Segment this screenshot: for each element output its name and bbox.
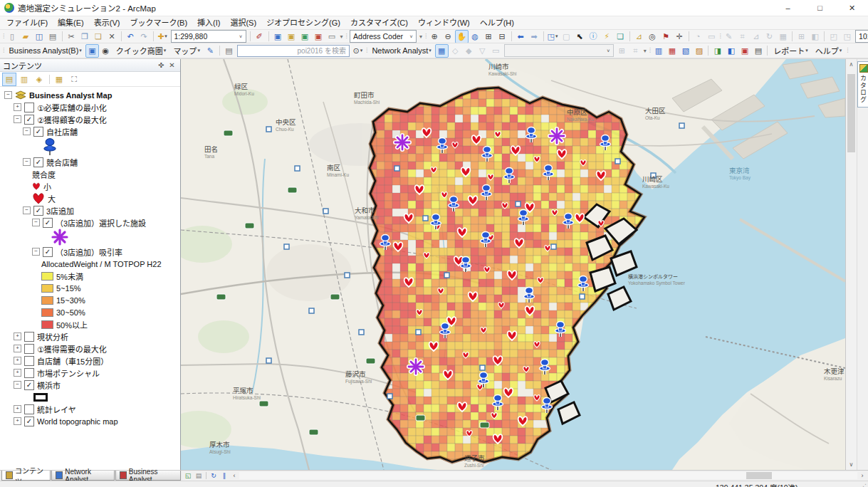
print-icon[interactable]: ▤: [46, 30, 60, 43]
ba-target-icon[interactable]: ◉: [99, 44, 113, 58]
save-icon[interactable]: ◫: [33, 30, 46, 43]
layer-World topographic map[interactable]: +✓World topographic map: [0, 415, 180, 427]
layer-統計レイヤ[interactable]: +統計レイヤ: [0, 403, 180, 415]
pause-drawing-button[interactable]: ∥: [219, 471, 229, 480]
ba-analysis-icon[interactable]: ◨: [711, 44, 724, 58]
toolbar-grip[interactable]: ⁞: [366, 47, 367, 54]
cut-polygon-icon[interactable]: ⊿: [749, 30, 763, 43]
layer-visibility-checkbox[interactable]: ✓: [33, 157, 43, 167]
toolbar-grip[interactable]: ⁞: [720, 33, 721, 40]
help-menu[interactable]: ヘルプ▾: [812, 44, 846, 57]
layer-visibility-checkbox[interactable]: ✓: [33, 127, 43, 137]
ba-trade-area-icon[interactable]: ▨: [692, 44, 706, 58]
go-to-xy-icon[interactable]: ✛: [673, 30, 686, 43]
map-menu[interactable]: マップ▾: [169, 44, 204, 57]
select-elements-icon[interactable]: ⬉: [573, 30, 587, 43]
attributes-icon[interactable]: ▦: [776, 30, 790, 43]
html-popup-icon[interactable]: ❏: [614, 30, 627, 43]
list-by-visibility-icon[interactable]: ◈: [32, 73, 46, 86]
expand-expander[interactable]: +: [14, 405, 21, 413]
expand-expander[interactable]: +: [14, 369, 21, 377]
na-build-icon[interactable]: ⊞: [615, 44, 629, 58]
refresh-button[interactable]: ↻: [209, 471, 219, 480]
zoom-in-icon[interactable]: ⊕: [428, 30, 441, 43]
panel-close-icon[interactable]: ✕: [167, 61, 177, 69]
layer-①獲得需要の最大化[interactable]: +①獲得需要の最大化: [0, 342, 180, 355]
table-of-contents-window-icon[interactable]: ▣: [271, 30, 285, 43]
na-layer-combo[interactable]: ˅: [504, 44, 614, 57]
toolbar-value-combo[interactable]: 1014˅: [855, 30, 868, 43]
na-route-icon[interactable]: ◇: [449, 44, 462, 58]
menu-選択(S)[interactable]: 選択(S): [225, 16, 261, 29]
layer-visibility-checkbox[interactable]: ✓: [33, 206, 43, 216]
menu-挿入(I)[interactable]: 挿入(I): [192, 16, 225, 29]
split-tool-icon[interactable]: ◧: [808, 30, 822, 43]
layer-visibility-checkbox[interactable]: ✓: [43, 247, 53, 257]
expand-expander[interactable]: +: [14, 332, 21, 340]
full-extent-icon[interactable]: ◍: [469, 30, 482, 43]
layer-②獲得顧客の最大化[interactable]: −✓②獲得顧客の最大化: [0, 113, 180, 125]
paste-icon[interactable]: ❏: [92, 30, 105, 43]
panel-tab-Network Analyst[interactable]: Network Analyst: [51, 471, 115, 481]
viewer-window-icon[interactable]: ▭: [705, 30, 718, 43]
layer-横浜市[interactable]: −✓横浜市: [0, 379, 180, 391]
layer-市場ポテンシャル[interactable]: +市場ポテンシャル: [0, 367, 180, 379]
arctoolbox-window-icon[interactable]: ▣: [312, 30, 325, 43]
layer-visibility-checkbox[interactable]: ✓: [24, 380, 34, 390]
scroll-down-arrow[interactable]: ∨: [846, 459, 857, 470]
clear-selection-icon[interactable]: ▢: [560, 30, 573, 43]
map-viewport[interactable]: 川崎市Kawasaki-Shi町田市Machida-Shi緑区Midori-Ku…: [181, 59, 846, 470]
collapse-expander[interactable]: −: [14, 115, 21, 123]
layer-Business Analyst Map[interactable]: −Business Analyst Map: [0, 89, 180, 101]
layer-visibility-checkbox[interactable]: [24, 332, 34, 342]
layer-自社店舗[interactable]: −✓自社店舗: [0, 125, 180, 137]
layer-visibility-checkbox[interactable]: [24, 356, 34, 366]
na-directions-icon[interactable]: ⌗: [629, 44, 642, 58]
report-menu[interactable]: レポート▾: [770, 44, 812, 57]
layer-①必要店舗の最小化[interactable]: +①必要店舗の最小化: [0, 101, 180, 113]
toolbar-overflow-icon[interactable]: ▾: [419, 33, 422, 40]
hyperlink-icon[interactable]: ⚡: [600, 30, 614, 43]
search-window-icon[interactable]: ▣: [298, 30, 312, 43]
time-slider-icon[interactable]: ◔: [691, 30, 705, 43]
panel-tab-コンテンツ[interactable]: コンテンツ: [1, 471, 51, 481]
ba-segmentation-icon[interactable]: ▣: [738, 44, 751, 58]
ba-data-icon[interactable]: ▤: [751, 44, 765, 58]
toolbar-grip[interactable]: ⁞: [3, 47, 4, 54]
zoom-out-icon[interactable]: ⊖: [441, 30, 455, 43]
options-icon[interactable]: ⛶: [67, 73, 81, 86]
panel-tab-Business Analyst[interactable]: Business Analyst: [115, 471, 181, 481]
find-icon[interactable]: ◎: [646, 30, 659, 43]
fixed-zoom-out-icon[interactable]: ⊟: [496, 30, 509, 43]
toolbar-grip[interactable]: ⁞: [425, 33, 427, 40]
back-extent-icon[interactable]: ⬅: [514, 30, 528, 43]
open-folder-icon[interactable]: ▰: [19, 30, 33, 43]
layout-view-button[interactable]: ▤: [194, 471, 204, 480]
expand-expander[interactable]: +: [14, 357, 21, 365]
layer-5%未満[interactable]: 5%未満: [0, 270, 180, 282]
measure-icon[interactable]: ⊿: [632, 30, 646, 43]
layer-15~30%[interactable]: 15~30%: [0, 294, 180, 306]
layer-symbol[interactable]: [0, 137, 180, 156]
undo-icon[interactable]: ↶: [124, 30, 137, 43]
map-scale-combo[interactable]: 1:299,880˅: [171, 30, 246, 43]
auto-hide-pin-icon[interactable]: ✜: [156, 61, 167, 69]
expand-expander[interactable]: +: [14, 103, 21, 111]
layer-（3店追加）吸引率[interactable]: −✓（3店追加）吸引率: [0, 246, 180, 258]
list-by-drawing-order-icon[interactable]: ▤: [2, 73, 16, 86]
na-closest-facility-icon[interactable]: ▽: [476, 44, 489, 58]
layer-競合店舗[interactable]: −✓競合店舗: [0, 156, 180, 168]
redo-icon[interactable]: ↷: [137, 30, 151, 43]
poi-search-input[interactable]: [237, 45, 350, 57]
layer-visibility-checkbox[interactable]: [24, 404, 34, 414]
layer-AllocatedWeight / M TOTPOP H22[interactable]: AllocatedWeight / M TOTPOP H22: [0, 258, 180, 270]
menu-ウィンドウ(W)[interactable]: ウィンドウ(W): [413, 16, 475, 29]
editor-pencil-icon[interactable]: ✐: [253, 30, 266, 43]
layer-visibility-checkbox[interactable]: ✓: [24, 115, 34, 125]
layer-競合度[interactable]: 競合度: [0, 168, 180, 180]
maximize-button[interactable]: □: [804, 0, 836, 16]
address-coder-combo[interactable]: Address Coder˅: [350, 30, 417, 43]
selected-facility-marker[interactable]: [550, 129, 564, 143]
expand-expander[interactable]: +: [14, 417, 21, 425]
collapse-expander[interactable]: −: [23, 158, 31, 166]
